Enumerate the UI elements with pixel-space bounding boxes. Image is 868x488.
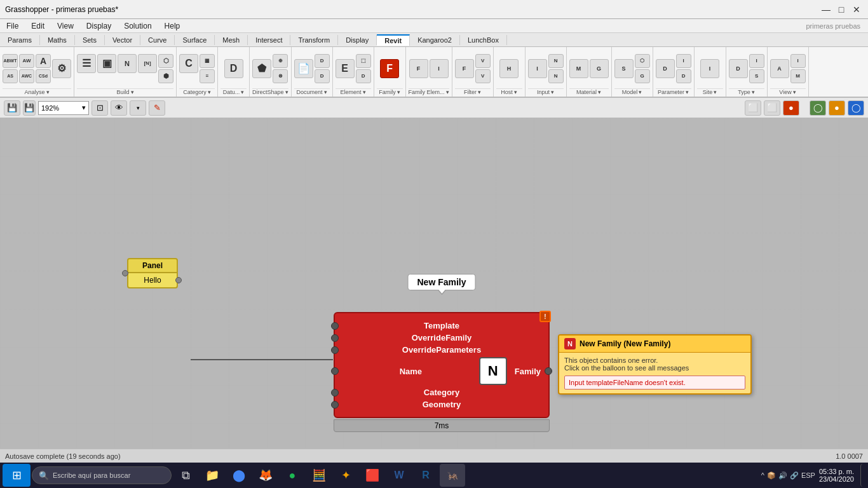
analyse-icon-1[interactable]: ABWT [3,54,18,68]
menu-edit[interactable]: Edit [25,20,51,32]
material-icon[interactable]: M [569,59,588,78]
panel-node[interactable]: Panel Hello [127,258,178,288]
analyse-icon-5[interactable]: AWC [19,69,34,83]
input-icon-3[interactable]: N [548,69,564,83]
systray-dropbox[interactable]: 📦 [767,471,776,480]
tab-params[interactable]: Params [0,35,40,45]
taskbar-calc[interactable]: 🧮 [306,464,332,487]
view-icon-3[interactable]: M [790,69,806,83]
search-box[interactable]: 🔍 Escribe aquí para buscar [32,466,172,484]
name-port[interactable] [331,367,339,375]
tab-surface[interactable]: Surface [175,35,215,45]
input-icon[interactable]: I [528,59,547,78]
taskbar-explorer[interactable]: 📁 [200,464,225,487]
directshape-icon-1[interactable]: ⬟ [252,59,271,78]
toolbar-right-6[interactable]: ◯ [848,100,864,116]
save-button[interactable]: 💾 [4,100,20,116]
view-icon-2[interactable]: I [790,54,806,68]
analyse-icon-3[interactable]: A [36,54,51,68]
family-elem-icon-1[interactable]: F [409,59,428,78]
directshape-icon-2[interactable]: ⊕ [273,54,288,68]
geometry-port[interactable] [331,401,339,409]
element-icon-2[interactable]: ⬚ [356,54,371,68]
element-icon-3[interactable]: D [356,69,371,83]
toolbar-right-3[interactable]: ● [783,100,799,116]
save-small-button[interactable]: 💾 [23,100,36,116]
model-icon[interactable]: S [614,59,634,78]
taskbar-onenote[interactable]: 🟥 [360,464,385,487]
systray-chevron[interactable]: ^ [761,471,764,479]
tab-display[interactable]: Display [338,35,377,45]
taskbar-word[interactable]: W [386,464,412,487]
category-port[interactable] [331,389,339,396]
taskbar-revit[interactable]: R [413,464,438,487]
toolbar-right-1[interactable]: ⬜ [745,100,761,116]
model-icon-3[interactable]: G [635,69,650,83]
close-button[interactable]: ✕ [850,3,863,16]
systray-volume[interactable]: 🔊 [778,471,787,480]
tab-vector[interactable]: Vector [105,35,140,45]
element-icon[interactable]: E [336,59,355,78]
analyse-icon-6[interactable]: CSd [36,69,51,83]
parameter-icon[interactable]: D [656,59,675,78]
host-icon[interactable]: H [499,59,519,78]
menu-help[interactable]: Help [158,20,187,32]
tab-intersect[interactable]: Intersect [248,35,290,45]
input-icon-2[interactable]: N [548,54,564,68]
type-icon[interactable]: D [729,59,748,78]
document-icon-2[interactable]: D [315,54,330,68]
show-desktop-button[interactable] [860,464,865,487]
panel-output-port[interactable] [175,277,182,283]
directshape-icon-3[interactable]: ⊗ [273,69,288,83]
view-dropdown-button[interactable]: ▾ [130,100,146,116]
zoom-input[interactable]: 192% ▾ [38,101,89,115]
clock[interactable]: 05:33 p. m. 23/04/2020 [819,468,859,483]
datu-icon[interactable]: D [224,59,243,78]
site-icon[interactable]: I [700,59,719,78]
type-icon-3[interactable]: S [749,69,764,83]
tab-revit[interactable]: Revit [377,34,410,46]
tab-mesh[interactable]: Mesh [215,35,248,45]
error-badge[interactable]: ! [539,311,551,322]
taskbar-firefox[interactable]: 🦊 [253,464,278,487]
analyse-icon-2[interactable]: AW [19,54,34,68]
family-elem-icon-2[interactable]: I [430,59,449,78]
taskbar-gh[interactable]: 🦗 [440,464,465,487]
taskbar-app5[interactable]: ✦ [333,464,358,487]
view-toggle-button[interactable]: 👁 [111,100,127,116]
filter-icon-2[interactable]: V [475,54,491,68]
parameter-icon-2[interactable]: I [676,54,691,68]
taskbar-chrome[interactable]: ⬤ [226,464,252,487]
new-family-node[interactable]: New Family ! Template OverrideFamily Ove… [334,312,550,432]
parameter-icon-3[interactable]: D [676,69,691,83]
new-family-body[interactable]: ! Template OverrideFamily OverrideParame… [334,312,550,418]
draw-button[interactable]: ✎ [149,100,165,116]
build-icon-2[interactable]: ▣ [97,54,116,73]
tab-curve[interactable]: Curve [140,35,175,45]
panel-input-port[interactable] [122,270,128,276]
family-icon[interactable]: F [380,59,399,78]
document-icon-1[interactable]: 📄 [294,59,313,78]
document-icon-3[interactable]: D [315,69,330,83]
family-output-port[interactable] [545,367,552,375]
maximize-button[interactable]: □ [835,3,848,16]
menu-view[interactable]: View [51,20,80,32]
menu-display[interactable]: Display [80,20,118,32]
toolbar-right-5[interactable]: ● [829,100,845,116]
tab-sets[interactable]: Sets [75,35,105,45]
build-icon-6[interactable]: ⬢ [158,69,173,83]
category-icon-3[interactable]: ≡ [200,69,215,83]
build-icon-1[interactable]: ☰ [77,54,96,73]
analyse-icon-gear[interactable]: ⚙ [52,59,71,78]
tab-transform[interactable]: Transform [290,35,338,45]
toolbar-right-4[interactable]: ◯ [810,100,826,116]
fit-view-button[interactable]: ⊡ [92,100,108,116]
start-button[interactable]: ⊞ [3,464,31,487]
error-balloon[interactable]: N New Family (New Family) This object co… [558,334,752,395]
menu-solution[interactable]: Solution [118,20,158,32]
canvas[interactable]: Panel Hello New Family ! Template [0,118,868,463]
model-icon-2[interactable]: ⬡ [635,54,650,68]
view-icon[interactable]: A [770,59,789,78]
minimize-button[interactable]: — [820,3,832,16]
keyboard-layout[interactable]: ESP [801,471,815,479]
